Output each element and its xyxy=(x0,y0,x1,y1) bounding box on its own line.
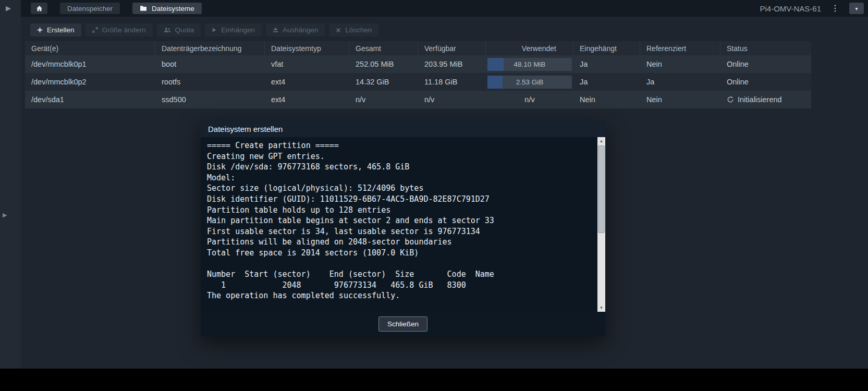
status-text: Initialisierend xyxy=(738,95,782,104)
close-dialog-button[interactable]: Schließen xyxy=(378,316,427,332)
hostname: Pi4-OMV-NAS-61 xyxy=(760,4,821,13)
cell-label: boot xyxy=(155,55,265,73)
cell-mounted: Ja xyxy=(573,73,640,91)
used-value: 48.10 MiB xyxy=(514,60,546,68)
column-header-mounted[interactable]: Eingehängt xyxy=(573,41,640,55)
folder-icon xyxy=(140,5,147,11)
used-value: 2.53 GiB xyxy=(516,78,544,86)
cell-total: n/v xyxy=(349,91,418,108)
caret-down-icon: ▾ xyxy=(855,6,858,11)
create-button[interactable]: Erstellen xyxy=(30,23,81,36)
cell-mounted: Nein xyxy=(573,91,640,108)
console-scrollbar[interactable]: ▲ ▼ xyxy=(597,137,605,312)
cell-status: Online xyxy=(720,55,811,73)
button-label: Größe ändern xyxy=(102,26,146,34)
used-progressbar: 48.10 MiB xyxy=(487,58,572,71)
kebab-menu-icon: ⋮ xyxy=(831,4,839,13)
used-progressbar: 2.53 GiB xyxy=(487,76,572,89)
cell-device: /dev/sda1 xyxy=(25,91,155,108)
cell-referenced: Nein xyxy=(640,91,720,108)
mount-button[interactable]: Einhängen xyxy=(205,23,262,36)
quota-button[interactable]: Quota xyxy=(157,23,201,36)
cell-device: /dev/mmcblk0p1 xyxy=(25,55,155,73)
cell-total: 14.32 GiB xyxy=(349,73,418,91)
column-header-used[interactable]: Verwendet xyxy=(486,41,573,55)
topbar: Datenspeicher Dateisysteme Pi4-OMV-NAS-6… xyxy=(21,0,868,17)
cell-referenced: Ja xyxy=(640,73,720,91)
filesystem-toolbar: Erstellen Größe ändern Quota Einhängen A… xyxy=(30,23,378,36)
table-row-mmcblk0p2[interactable]: /dev/mmcblk0p2 rootfs ext4 14.32 GiB 11.… xyxy=(25,73,811,91)
console-output: ===== Create partition ===== Creating ne… xyxy=(201,137,605,312)
unmount-button[interactable]: Aushängen xyxy=(266,23,325,36)
cell-status: Online xyxy=(720,73,811,91)
cell-status: Initialisierend xyxy=(720,91,811,108)
button-label: Erstellen xyxy=(47,26,75,34)
column-header-device[interactable]: Gerät(e) xyxy=(25,41,155,55)
button-label: Aushängen xyxy=(283,26,318,34)
cell-fstype: vfat xyxy=(265,55,349,73)
user-dropdown-button[interactable]: ▾ xyxy=(849,3,864,14)
bottom-black-band xyxy=(0,369,868,391)
cell-mounted: Ja xyxy=(573,55,640,73)
used-progress-fill xyxy=(487,58,504,71)
column-header-total[interactable]: Gesamt xyxy=(349,41,418,55)
sidebar-expander-icon[interactable]: ▶ xyxy=(3,212,7,218)
button-label: Einhängen xyxy=(221,26,255,34)
filesystem-table: Gerät(e) Datenträgerbezeichnung Dateisys… xyxy=(25,41,811,108)
scroll-up-icon[interactable]: ▲ xyxy=(597,137,605,145)
resize-button[interactable]: Größe ändern xyxy=(85,23,153,36)
create-filesystem-dialog: Dateisystem erstellen ===== Create parti… xyxy=(201,120,605,336)
column-header-fstype[interactable]: Dateisystemtyp xyxy=(265,41,349,55)
cell-referenced: Nein xyxy=(640,55,720,73)
cell-label: ssd500 xyxy=(155,91,265,108)
cell-used: 48.10 MiB xyxy=(486,55,573,73)
cell-available: 203.95 MiB xyxy=(418,55,486,73)
cell-fstype: ext4 xyxy=(265,73,349,91)
scroll-down-icon[interactable]: ▼ xyxy=(597,304,605,312)
home-button[interactable] xyxy=(31,3,47,14)
close-icon xyxy=(336,28,341,33)
column-header-referenced[interactable]: Referenziert xyxy=(640,41,720,55)
cell-used: 2.53 GiB xyxy=(486,73,573,91)
dialog-title: Dateisystem erstellen xyxy=(201,120,605,137)
eject-icon xyxy=(273,27,278,33)
column-header-label[interactable]: Datenträgerbezeichnung xyxy=(155,41,265,55)
cell-fstype: ext4 xyxy=(265,91,349,108)
sidebar-expand-icon[interactable]: ▶ xyxy=(6,5,11,11)
column-header-status[interactable]: Status xyxy=(720,41,811,55)
cell-device: /dev/mmcblk0p2 xyxy=(25,73,155,91)
column-header-available[interactable]: Verfügbar xyxy=(418,41,486,55)
tab-dateisysteme[interactable]: Dateisysteme xyxy=(132,3,202,14)
used-progress-fill xyxy=(487,76,503,89)
button-label: Löschen xyxy=(345,26,372,34)
console-area: ===== Create partition ===== Creating ne… xyxy=(201,137,605,312)
cell-label: rootfs xyxy=(155,73,265,91)
home-icon xyxy=(35,5,43,13)
kebab-menu-button[interactable]: ⋮ xyxy=(829,3,841,14)
resize-icon xyxy=(92,27,98,33)
left-sidebar-rail: ▶ ▶ xyxy=(0,0,21,369)
table-header-row: Gerät(e) Datenträgerbezeichnung Dateisys… xyxy=(25,41,811,55)
tab-label: Dateisysteme xyxy=(152,5,194,13)
users-icon xyxy=(164,27,171,33)
cell-used: n/v xyxy=(486,91,573,108)
cell-available: n/v xyxy=(418,91,486,108)
dialog-footer: Schließen xyxy=(201,312,605,336)
cell-available: 11.18 GiB xyxy=(418,73,486,91)
tab-datenspeicher[interactable]: Datenspeicher xyxy=(60,3,120,14)
delete-button[interactable]: Löschen xyxy=(329,23,378,36)
cell-total: 252.05 MiB xyxy=(349,55,418,73)
table-row-mmcblk0p1[interactable]: /dev/mmcblk0p1 boot vfat 252.05 MiB 203.… xyxy=(25,55,811,73)
table-row-sda1[interactable]: /dev/sda1 ssd500 ext4 n/v n/v n/v Nein N… xyxy=(25,91,811,108)
topbar-right: Pi4-OMV-NAS-61 ⋮ ▾ xyxy=(760,3,864,14)
button-label: Quota xyxy=(175,26,194,34)
spinner-icon xyxy=(727,96,734,103)
play-icon xyxy=(212,27,217,33)
scrollbar-thumb[interactable] xyxy=(598,145,605,233)
plus-icon xyxy=(37,27,43,33)
tab-label: Datenspeicher xyxy=(67,5,113,13)
